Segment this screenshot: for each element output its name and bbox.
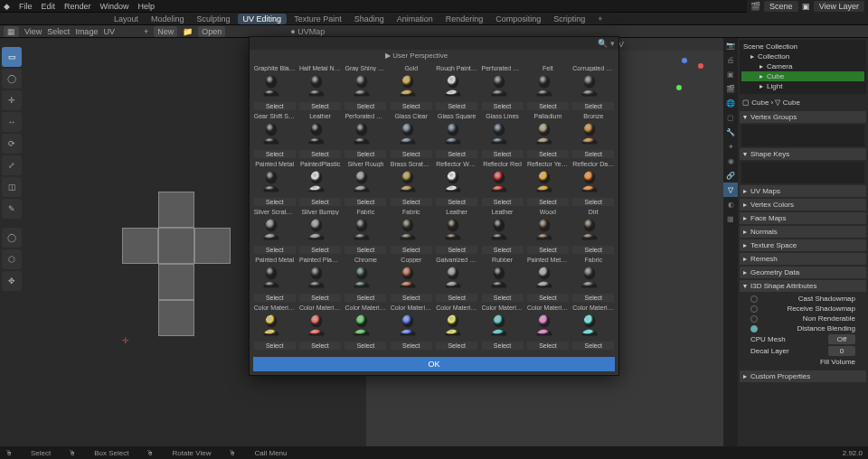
menu-edit[interactable]: Edit	[42, 2, 56, 11]
menu-render[interactable]: Render	[64, 2, 91, 11]
material-select-button[interactable]: Select	[254, 150, 296, 158]
uv-view-menu[interactable]: View	[24, 27, 42, 36]
material-thumb[interactable]	[395, 121, 428, 148]
workspace-tab-animation[interactable]: Animation	[392, 14, 439, 24]
material-select-button[interactable]: Select	[344, 150, 386, 158]
material-thumb[interactable]	[349, 313, 382, 340]
tool-rip[interactable]: ◯	[2, 228, 22, 248]
folder-icon[interactable]: 📁	[183, 27, 193, 36]
panel-custom-props[interactable]: ▸ Custom Properties	[740, 370, 866, 382]
material-thumb[interactable]	[259, 265, 291, 292]
uv-uv-menu[interactable]: UV	[103, 27, 115, 36]
material-select-button[interactable]: Select	[482, 102, 524, 110]
prop-tab-output[interactable]: 🖨	[723, 52, 738, 67]
i3d-cast-shadowmap[interactable]: Cast Shadowmap	[743, 294, 863, 304]
material-thumb[interactable]	[304, 313, 336, 340]
material-select-button[interactable]: Select	[572, 246, 614, 254]
add-workspace-button[interactable]: +	[592, 14, 608, 24]
tool-annotate[interactable]: ✎	[2, 199, 22, 219]
panel-vertex-groups[interactable]: ▾ Vertex Groups	[740, 111, 866, 123]
editor-type-icon[interactable]: ▦	[4, 26, 19, 37]
prop-tab-object[interactable]: ▢	[723, 110, 738, 125]
prop-tab-physics[interactable]: ◉	[723, 154, 738, 168]
material-select-button[interactable]: Select	[344, 198, 386, 206]
material-select-button[interactable]: Select	[482, 294, 524, 302]
tool-scale[interactable]: ⤢	[2, 155, 22, 175]
material-thumb[interactable]	[259, 121, 291, 148]
material-thumb[interactable]	[349, 73, 382, 100]
material-select-button[interactable]: Select	[391, 294, 432, 302]
menu-window[interactable]: Window	[100, 2, 129, 11]
i3d-decal-layer[interactable]: Decal Layer0	[743, 345, 863, 357]
material-select-button[interactable]: Select	[436, 342, 477, 350]
material-select-button[interactable]: Select	[572, 102, 614, 110]
workspace-tab-uv-editing[interactable]: UV Editing	[238, 14, 288, 24]
material-select-button[interactable]: Select	[299, 294, 341, 302]
menu-file[interactable]: File	[19, 2, 33, 11]
material-thumb[interactable]	[440, 73, 473, 100]
prop-tab-modifier[interactable]: 🔧	[723, 125, 738, 139]
menu-help[interactable]: Help	[138, 2, 156, 11]
panel-face-maps[interactable]: ▸ Face Maps	[740, 212, 866, 224]
material-thumb[interactable]	[486, 121, 519, 148]
material-thumb[interactable]	[532, 313, 564, 340]
material-select-button[interactable]: Select	[436, 150, 477, 158]
material-select-button[interactable]: Select	[482, 150, 524, 158]
material-thumb[interactable]	[577, 217, 609, 244]
outliner-item-camera[interactable]: ▸Camera	[741, 61, 864, 71]
material-select-button[interactable]: Select	[299, 198, 341, 206]
material-select-button[interactable]: Select	[391, 246, 432, 254]
material-select-button[interactable]: Select	[482, 198, 524, 206]
material-select-button[interactable]: Select	[527, 342, 569, 350]
material-select-button[interactable]: Select	[299, 246, 341, 254]
material-select-button[interactable]: Select	[299, 150, 341, 158]
material-thumb[interactable]	[577, 313, 609, 340]
prop-tab-particle[interactable]: ✦	[723, 139, 738, 154]
material-select-button[interactable]: Select	[254, 342, 296, 350]
material-thumb[interactable]	[532, 169, 564, 196]
material-select-button[interactable]: Select	[572, 342, 614, 350]
material-thumb[interactable]	[577, 265, 609, 292]
tool-grab[interactable]: ⬡	[2, 249, 22, 269]
material-select-button[interactable]: Select	[436, 294, 477, 302]
panel-normals[interactable]: ▸ Normals	[740, 226, 866, 238]
prop-tab-texture[interactable]: ▦	[723, 211, 738, 226]
material-thumb[interactable]	[349, 265, 382, 292]
material-select-button[interactable]: Select	[254, 102, 296, 110]
uvmap-indicator[interactable]: ● UVMap	[290, 27, 325, 36]
material-thumb[interactable]	[349, 217, 382, 244]
material-thumb[interactable]	[304, 169, 336, 196]
nav-gizmo[interactable]	[669, 56, 705, 92]
ok-button[interactable]: OK	[253, 357, 615, 371]
tool-move[interactable]: ↔	[2, 112, 22, 132]
material-select-button[interactable]: Select	[436, 102, 477, 110]
material-thumb[interactable]	[259, 313, 291, 340]
view-layer-name[interactable]: View Layer	[814, 1, 864, 12]
material-thumb[interactable]	[486, 265, 519, 292]
i3d-receive-shadowmap[interactable]: Receive Shadowmap	[743, 304, 863, 314]
material-select-button[interactable]: Select	[527, 294, 569, 302]
material-select-button[interactable]: Select	[344, 342, 386, 350]
uv-select-menu[interactable]: Select	[47, 27, 70, 36]
material-select-button[interactable]: Select	[344, 246, 386, 254]
panel-uv-maps[interactable]: ▸ UV Maps	[740, 185, 866, 197]
material-thumb[interactable]	[349, 121, 382, 148]
material-select-button[interactable]: Select	[572, 150, 614, 158]
material-select-button[interactable]: Select	[391, 342, 432, 350]
tool-transform[interactable]: ◫	[2, 177, 22, 197]
tool-select-circle[interactable]: ◯	[2, 69, 22, 89]
material-thumb[interactable]	[304, 217, 336, 244]
material-select-button[interactable]: Select	[527, 246, 569, 254]
open-image-button[interactable]: Open	[198, 26, 225, 37]
workspace-tab-layout[interactable]: Layout	[108, 14, 144, 24]
prop-tab-scene[interactable]: 🎬	[723, 81, 738, 96]
material-thumb[interactable]	[395, 73, 428, 100]
material-select-button[interactable]: Select	[527, 102, 569, 110]
material-select-button[interactable]: Select	[572, 198, 614, 206]
material-select-button[interactable]: Select	[391, 198, 432, 206]
workspace-tab-rendering[interactable]: Rendering	[440, 14, 489, 24]
material-select-button[interactable]: Select	[254, 198, 296, 206]
material-thumb[interactable]	[395, 217, 428, 244]
material-select-button[interactable]: Select	[299, 342, 341, 350]
material-select-button[interactable]: Select	[391, 102, 432, 110]
